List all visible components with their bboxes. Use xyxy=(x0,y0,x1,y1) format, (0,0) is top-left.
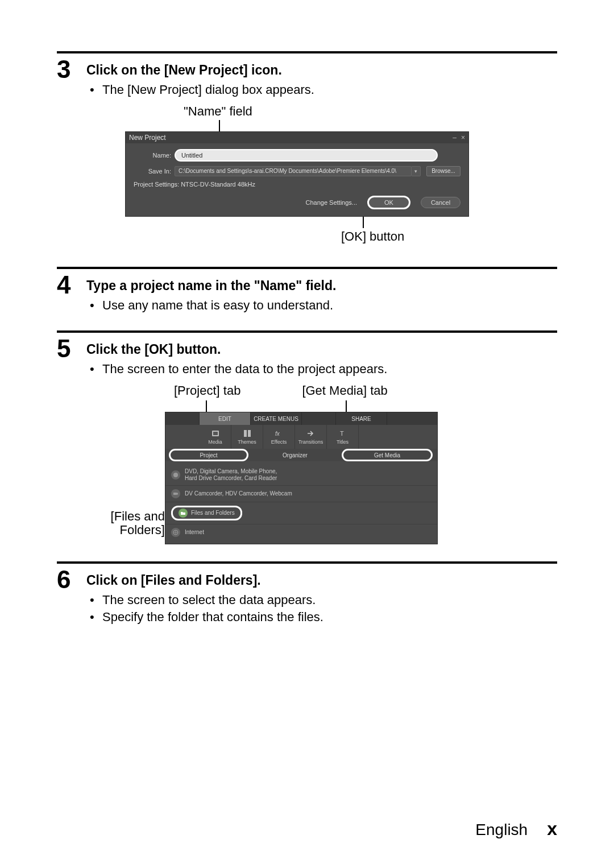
tool-spacer xyxy=(359,425,437,449)
step-divider xyxy=(57,561,557,564)
tool-titles-label: Titles xyxy=(337,439,349,445)
source-dvd-camera[interactable]: DVD, Digital Camera, Mobile Phone, Hard … xyxy=(165,465,437,486)
change-settings-button[interactable]: Change Settings... xyxy=(305,199,357,206)
svg-text:fx: fx xyxy=(275,431,280,437)
browse-button[interactable]: Browse... xyxy=(426,166,460,176)
annotation-files-and-folders: [Files and Folders] xyxy=(111,509,165,537)
step-number-6: 6 xyxy=(57,567,86,592)
effects-icon: fx xyxy=(275,429,284,438)
source-internet[interactable]: Internet xyxy=(165,524,437,540)
save-in-input[interactable]: C:\Documents and Settings\s-arai.CRO\My … xyxy=(175,166,412,176)
name-label: Name: xyxy=(134,152,171,159)
svg-rect-3 xyxy=(248,430,251,437)
source-label: DVD, Digital Camera, Mobile Phone, Hard … xyxy=(185,468,432,482)
step-number-4: 4 xyxy=(57,272,86,297)
svg-point-6 xyxy=(173,473,178,477)
step-4: 4 Type a project name in the "Name" fiel… xyxy=(57,267,557,314)
source-files-and-folders[interactable]: Files and Folders xyxy=(165,502,437,524)
svg-text:T: T xyxy=(340,430,344,437)
step-number-3: 3 xyxy=(57,57,86,82)
tool-effects[interactable]: fx Effects xyxy=(263,425,295,449)
step-6-bullet-1: The screen to select the data appears. xyxy=(102,592,557,609)
annotation-name-field: "Name" field xyxy=(184,104,557,119)
subtab-project[interactable]: Project xyxy=(169,449,248,461)
new-project-dialog: New Project – × Name: Untitled Save In: … xyxy=(125,131,469,217)
tool-effects-label: Effects xyxy=(271,439,287,445)
tool-themes-label: Themes xyxy=(238,439,256,445)
chevron-down-icon[interactable]: ▾ xyxy=(412,166,421,176)
step-divider xyxy=(57,51,557,53)
step-5-heading: Click the [OK] button. xyxy=(86,342,557,357)
source-label: Files and Folders xyxy=(191,510,235,516)
source-camcorder[interactable]: DV Camcorder, HDV Camcorder, Webcam xyxy=(165,486,437,502)
step-3-bullet-1: The [New Project] dialog box appears. xyxy=(102,81,557,98)
camcorder-icon xyxy=(171,489,180,498)
tab-spacer xyxy=(165,412,200,425)
annotation-tick xyxy=(206,400,207,412)
step-6: 6 Click on [Files and Folders]. The scre… xyxy=(57,561,557,625)
annotation-tick xyxy=(219,120,220,131)
step-divider xyxy=(57,267,557,269)
annotation-tick xyxy=(346,400,347,412)
cancel-button[interactable]: Cancel xyxy=(421,197,460,208)
footer-language: English xyxy=(475,821,528,839)
minimize-icon[interactable]: – xyxy=(453,134,457,142)
ok-button[interactable]: OK xyxy=(367,196,410,209)
titles-icon: T xyxy=(338,429,347,438)
media-source-list: DVD, Digital Camera, Mobile Phone, Hard … xyxy=(165,461,437,544)
annotation-project-tab: [Project] tab xyxy=(174,383,240,398)
svg-rect-7 xyxy=(173,493,177,495)
close-icon[interactable]: × xyxy=(461,134,465,142)
themes-icon xyxy=(243,429,252,438)
step-6-heading: Click on [Files and Folders]. xyxy=(86,573,557,588)
tool-media-label: Media xyxy=(208,439,222,445)
step-6-bullet-2: Specify the folder that contains the fil… xyxy=(102,609,557,626)
tab-create-menus[interactable]: CREATE MENUS xyxy=(251,412,302,425)
annotation-ok-button: [OK] button xyxy=(341,229,557,244)
step-3-heading: Click on the [New Project] icon. xyxy=(86,63,557,78)
tab-spacer xyxy=(302,412,336,425)
folder-icon xyxy=(179,509,188,518)
svg-rect-2 xyxy=(244,430,247,437)
subtab-organizer[interactable]: Organizer xyxy=(255,449,335,461)
transitions-icon xyxy=(306,429,316,438)
save-in-label: Save In: xyxy=(134,168,171,175)
tool-titles[interactable]: T Titles xyxy=(327,425,359,449)
name-input[interactable]: Untitled xyxy=(175,149,438,162)
svg-rect-1 xyxy=(213,432,218,435)
step-5-bullet-1: The screen to enter the data to the proj… xyxy=(102,361,557,378)
page-footer: English x xyxy=(475,819,557,840)
step-4-bullet-1: Use any name that is easy to understand. xyxy=(102,297,557,314)
tab-edit[interactable]: EDIT xyxy=(200,412,251,425)
step-5: 5 Click the [OK] button. The screen to e… xyxy=(57,330,557,544)
device-icon xyxy=(171,470,180,480)
step-number-5: 5 xyxy=(57,336,86,361)
tool-transitions[interactable]: Transitions xyxy=(295,425,327,449)
subtab-get-media[interactable]: Get Media xyxy=(342,449,433,461)
media-icon xyxy=(211,429,220,438)
project-settings-text: Project Settings: NTSC-DV-Standard 48kHz xyxy=(134,181,460,188)
footer-page-number: x xyxy=(547,819,557,840)
globe-icon xyxy=(171,528,180,537)
source-label: DV Camcorder, HDV Camcorder, Webcam xyxy=(185,490,432,497)
tool-media[interactable]: Media xyxy=(200,425,231,449)
step-4-heading: Type a project name in the "Name" field. xyxy=(86,278,557,294)
tool-spacer xyxy=(165,425,200,449)
editor-panel: EDIT CREATE MENUS SHARE Media xyxy=(165,412,438,544)
tab-share[interactable]: SHARE xyxy=(336,412,387,425)
step-divider xyxy=(57,330,557,333)
tool-themes[interactable]: Themes xyxy=(231,425,263,449)
annotation-tick xyxy=(363,217,364,228)
source-label: Internet xyxy=(185,529,432,536)
tool-transitions-label: Transitions xyxy=(298,439,323,445)
dialog-title: New Project xyxy=(129,134,166,142)
step-3: 3 Click on the [New Project] icon. The [… xyxy=(57,51,557,244)
annotation-get-media-tab: [Get Media] tab xyxy=(302,383,387,398)
